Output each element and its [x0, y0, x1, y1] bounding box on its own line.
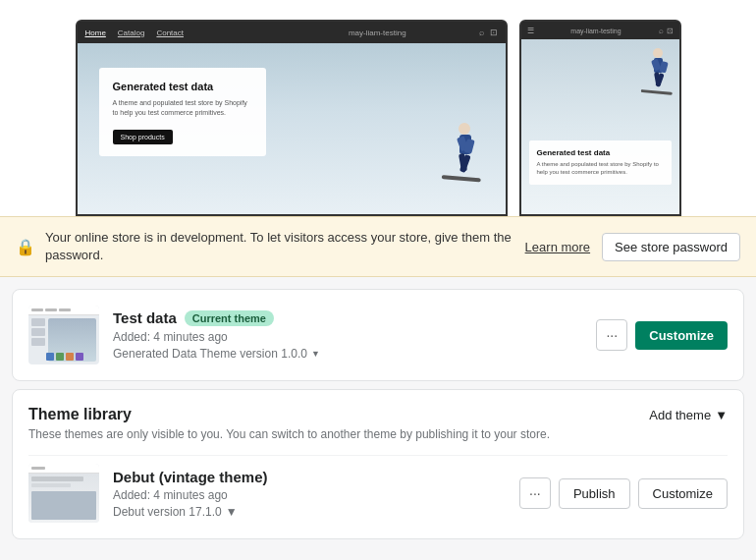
cart-icon: ⊡ [490, 28, 498, 37]
mobile-search-icon: ⌕ [659, 27, 664, 35]
thumb-nav-dot-3 [59, 308, 71, 311]
lock-icon: 🔒 [16, 238, 35, 256]
mobile-hero-title: Generated test data [537, 148, 664, 158]
mobile-browser-bar: ☰ may-liam-testing ⌕ ⊡ [521, 22, 679, 39]
current-theme-customize-button[interactable]: Customize [635, 321, 728, 350]
add-theme-button[interactable]: Add theme ▼ [649, 408, 728, 422]
alert-actions: Learn more See store password [525, 233, 740, 261]
hero-title: Generated test data [113, 80, 252, 93]
hamburger-icon: ☰ [527, 27, 534, 35]
desktop-mockup: Home Catalog Contact may-liam-testing ⌕ … [76, 20, 508, 216]
store-password-button[interactable]: See store password [602, 233, 740, 261]
svg-point-7 [653, 48, 663, 58]
search-icon: ⌕ [479, 28, 484, 37]
browser-store-name: may-liam-testing [282, 28, 473, 37]
library-title: Theme library [28, 406, 132, 423]
current-theme-version[interactable]: Generated Data Theme version 1.0.0 ▼ [113, 347, 582, 361]
lib-thumb-nav [31, 467, 45, 470]
mobile-content: Generated test data A theme and populate… [521, 39, 679, 214]
library-theme-added: Added: 4 minutes ago [113, 488, 506, 502]
library-theme-version[interactable]: Debut version 17.1.0 ▼ [113, 505, 506, 519]
current-theme-badge: Current theme [185, 310, 274, 326]
add-theme-chevron-icon: ▼ [715, 408, 728, 422]
current-theme-card: Test data Current theme Added: 4 minutes… [12, 289, 744, 381]
svg-rect-6 [441, 175, 480, 182]
svg-rect-13 [640, 89, 672, 95]
library-section: Theme library Add theme ▼ These themes a… [12, 389, 744, 539]
thumb-sidebar [31, 318, 45, 362]
library-theme-info: Debut (vintage theme) Added: 4 minutes a… [113, 469, 506, 519]
browser-nav: Home Catalog Contact [85, 28, 277, 37]
current-theme-thumbnail [28, 306, 99, 364]
mobile-mockup: ☰ may-liam-testing ⌕ ⊡ [519, 20, 681, 216]
publish-button[interactable]: Publish [559, 478, 630, 509]
mobile-cart-icon: ⊡ [667, 27, 674, 35]
alert-text: Your online store is in development. To … [45, 229, 515, 264]
alert-banner: 🔒 Your online store is in development. T… [0, 216, 756, 277]
library-theme-version-text: Debut version 17.1.0 [113, 505, 222, 519]
hero-text-box: Generated test data A theme and populate… [99, 68, 266, 156]
mobile-icons: ⌕ ⊡ [659, 27, 674, 35]
thumb-sidebar-item-2 [31, 328, 45, 336]
thumb-nav-dot-2 [45, 308, 57, 311]
thumb-header [28, 306, 99, 315]
browser-icons: ⌕ ⊡ [479, 28, 498, 37]
desktop-content: Generated test data A theme and populate… [78, 43, 506, 214]
library-theme-customize-button[interactable]: Customize [638, 478, 728, 509]
lib-thumb-line-1 [31, 476, 83, 481]
mobile-skier-image [636, 47, 675, 101]
shop-btn: Shop products [113, 130, 173, 144]
current-theme-more-button[interactable]: ··· [596, 319, 627, 351]
thumb-swatches [46, 353, 83, 361]
lib-thumb-body [28, 474, 99, 523]
nav-catalog: Catalog [118, 28, 145, 37]
lib-thumb-header [28, 464, 99, 474]
hero-subtitle: A theme and populated test store by Shop… [113, 98, 252, 118]
library-theme-more-button[interactable]: ··· [519, 477, 551, 509]
library-theme-item: Debut (vintage theme) Added: 4 minutes a… [28, 455, 728, 523]
swatch-green [56, 353, 64, 361]
current-theme-added: Added: 4 minutes ago [113, 330, 582, 344]
library-version-chevron-icon: ▼ [226, 505, 238, 519]
library-theme-thumbnail [28, 464, 99, 523]
swatch-orange [66, 353, 74, 361]
thumb-nav-dot [31, 308, 43, 311]
nav-home: Home [85, 28, 106, 37]
thumb-sidebar-item-3 [31, 338, 45, 346]
mobile-store-name: may-liam-testing [538, 28, 655, 34]
library-theme-name: Debut (vintage theme) [113, 469, 506, 485]
library-subtitle: These themes are only visible to you. Yo… [28, 427, 728, 441]
preview-section: Home Catalog Contact may-liam-testing ⌕ … [0, 0, 756, 216]
lib-thumb-image [31, 491, 96, 520]
svg-point-0 [459, 123, 470, 135]
theme-name-row: Test data Current theme [113, 309, 582, 326]
swatch-purple [76, 353, 83, 361]
swatch-blue [46, 353, 54, 361]
learn-more-link[interactable]: Learn more [525, 240, 590, 254]
lib-thumb-line-2 [31, 483, 71, 487]
current-theme-actions: ··· Customize [596, 319, 728, 351]
chevron-down-icon: ▼ [311, 349, 320, 359]
page-container: Home Catalog Contact may-liam-testing ⌕ … [0, 0, 756, 539]
desktop-skier-image [432, 121, 486, 199]
thumb-sidebar-item-1 [31, 318, 45, 326]
mobile-hero-sub: A theme and populated test store by Shop… [537, 161, 664, 177]
nav-contact: Contact [156, 28, 184, 37]
library-header: Theme library Add theme ▼ [28, 406, 728, 423]
mobile-hero-box: Generated test data A theme and populate… [529, 140, 672, 185]
desktop-browser-bar: Home Catalog Contact may-liam-testing ⌕ … [78, 22, 506, 43]
current-theme-info: Test data Current theme Added: 4 minutes… [113, 309, 582, 361]
library-theme-actions: ··· Publish Customize [519, 477, 728, 509]
current-theme-version-text: Generated Data Theme version 1.0.0 [113, 347, 307, 361]
add-theme-label: Add theme [649, 408, 711, 422]
current-theme-name: Test data [113, 309, 177, 326]
